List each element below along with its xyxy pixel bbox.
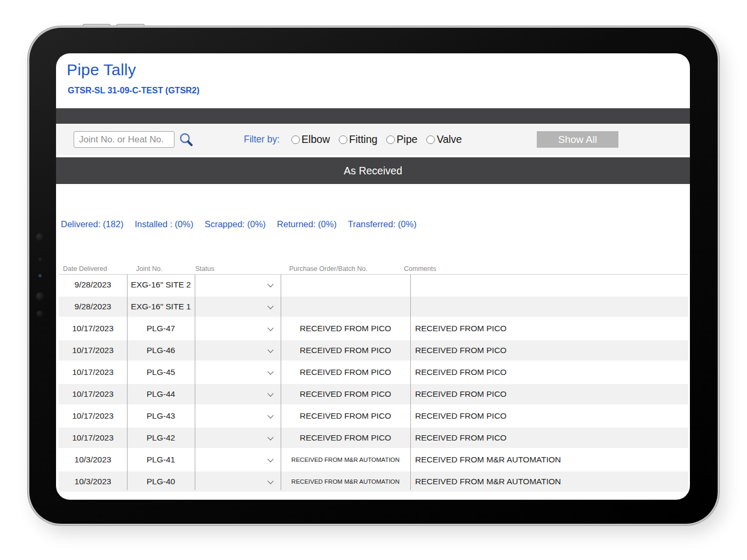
filter-radio-elbow[interactable] (291, 135, 300, 144)
cell-comments: RECEIVED FROM PICO (410, 433, 688, 443)
column-separator (127, 275, 128, 490)
chevron-down-icon (267, 369, 273, 374)
section-header-bar: As Received (56, 157, 690, 184)
search-button[interactable] (179, 132, 194, 147)
cell-date-delivered: 9/28/2023 (59, 280, 127, 290)
search-filter-toolbar: Filter by: Elbow Fitting Pipe Valve Show… (56, 124, 690, 155)
chevron-down-icon (267, 325, 273, 331)
tablet-frame: Pipe Tally GTSR-SL 31-09-C-TEST (GTSR2) … (29, 28, 718, 524)
cell-joint-no: PLG-44 (127, 389, 195, 399)
status-dropdown[interactable] (195, 471, 281, 492)
status-dropdown[interactable] (195, 340, 281, 361)
cell-purchase-order: RECEIVED FROM PICO (281, 433, 410, 443)
cell-date-delivered: 10/17/2023 (59, 367, 127, 377)
cell-date-delivered: 10/17/2023 (59, 433, 127, 443)
column-header-status: Status (195, 265, 214, 273)
cell-purchase-order: RECEIVED FROM M&R AUTOMATION (281, 478, 410, 485)
status-dropdown[interactable] (195, 318, 281, 339)
status-dropdown[interactable] (195, 428, 281, 448)
status-stat-item: Delivered: (182) (61, 219, 123, 229)
project-subtitle: GTSR-SL 31-09-C-TEST (GTSR2) (68, 86, 200, 95)
status-stat-item: Transferred: (0%) (348, 219, 417, 229)
column-header-joint: Joint No. (136, 265, 162, 273)
cell-joint-no: PLG-45 (127, 367, 195, 377)
cell-purchase-order: RECEIVED FROM PICO (281, 324, 410, 333)
table-row: 10/3/2023 PLG-40 RECEIVED FROM M&R AUTOM… (59, 471, 688, 492)
chevron-down-icon (267, 281, 273, 287)
status-dropdown[interactable] (195, 384, 281, 404)
chevron-down-icon (267, 456, 273, 462)
status-dropdown[interactable] (195, 275, 281, 295)
filter-option-label: Fitting (349, 133, 377, 146)
page-title: Pipe Tally (67, 61, 136, 79)
cell-purchase-order: RECEIVED FROM PICO (281, 346, 410, 355)
cell-date-delivered: 9/28/2023 (59, 302, 127, 311)
table-row: 10/17/2023 PLG-43 RECEIVED FROM PICO REC… (59, 406, 688, 426)
chevron-down-icon (267, 478, 273, 484)
cell-purchase-order: RECEIVED FROM PICO (281, 367, 410, 377)
cell-date-delivered: 10/17/2023 (59, 389, 127, 399)
status-summary-row: Delivered: (182) Installed : (0%) Scrapp… (61, 219, 417, 229)
column-separator (281, 275, 281, 490)
section-title: As Received (344, 165, 402, 177)
front-camera-icon (36, 233, 44, 242)
column-separator (195, 275, 195, 490)
table-body: 9/28/2023 EXG-16" SITE 2 9/28/2023 EXG-1… (59, 275, 688, 492)
cell-comments: RECEIVED FROM PICO (410, 367, 688, 377)
search-icon (179, 132, 194, 147)
table-row: 10/3/2023 PLG-41 RECEIVED FROM M&R AUTOM… (59, 450, 688, 470)
filter-radio-group: Elbow Fitting Pipe Valve (291, 133, 462, 146)
filter-option: Pipe (386, 133, 417, 146)
status-stat-item: Returned: (0%) (277, 219, 337, 229)
cell-date-delivered: 10/17/2023 (59, 346, 127, 355)
cell-date-delivered: 10/17/2023 (59, 324, 127, 333)
chevron-down-icon (267, 303, 273, 309)
cell-joint-no: PLG-42 (127, 433, 195, 443)
camera-indicator-icon (38, 274, 42, 277)
cell-comments: RECEIVED FROM PICO (410, 346, 688, 355)
cell-joint-no: PLG-40 (127, 477, 195, 486)
column-header-comments: Comments (404, 265, 436, 273)
status-stat-item: Scrapped: (0%) (204, 219, 266, 229)
cell-purchase-order: RECEIVED FROM PICO (281, 389, 410, 399)
cell-date-delivered: 10/3/2023 (59, 477, 127, 486)
chevron-down-icon (267, 434, 273, 440)
cell-comments: RECEIVED FROM PICO (410, 411, 688, 421)
table-header-row: Date Delivered Joint No. Status Purchase… (59, 265, 688, 275)
status-dropdown[interactable] (195, 297, 281, 317)
search-input[interactable] (74, 131, 174, 148)
pipe-tally-table: Date Delivered Joint No. Status Purchase… (59, 265, 688, 493)
status-dropdown[interactable] (195, 450, 281, 470)
filter-radio-pipe[interactable] (386, 135, 395, 144)
cell-comments: RECEIVED FROM PICO (410, 324, 688, 333)
column-header-date: Date Delivered (63, 265, 107, 273)
status-dropdown[interactable] (195, 362, 281, 382)
chevron-down-icon (267, 412, 273, 418)
filter-radio-valve[interactable] (426, 135, 435, 144)
cell-date-delivered: 10/17/2023 (59, 411, 127, 421)
front-camera2-icon (36, 292, 44, 301)
cell-purchase-order: RECEIVED FROM PICO (281, 411, 410, 421)
status-stat-item: Installed : (0%) (134, 219, 193, 229)
sensor-dot2-icon (36, 310, 43, 317)
filter-option-label: Valve (436, 133, 462, 146)
show-all-button[interactable]: Show All (537, 131, 618, 148)
filter-option: Valve (426, 133, 462, 146)
cell-comments: RECEIVED FROM M&R AUTOMATION (410, 455, 688, 465)
cell-joint-no: PLG-46 (127, 346, 195, 355)
filter-option-label: Pipe (396, 133, 417, 146)
chevron-down-icon (267, 390, 273, 396)
status-dropdown[interactable] (195, 406, 281, 426)
chevron-down-icon (267, 347, 273, 353)
cell-date-delivered: 10/3/2023 (59, 455, 127, 465)
filter-by-label: Filter by: (244, 134, 280, 145)
cell-comments: RECEIVED FROM PICO (410, 389, 688, 399)
header-divider-bar (56, 108, 690, 124)
column-separator (410, 275, 411, 490)
cell-joint-no: PLG-47 (127, 324, 195, 333)
desktop-background: Pipe Tally GTSR-SL 31-09-C-TEST (GTSR2) … (0, 0, 747, 560)
table-row: 9/28/2023 EXG-16" SITE 1 (59, 297, 688, 317)
table-row: 10/17/2023 PLG-46 RECEIVED FROM PICO REC… (59, 340, 688, 361)
filter-radio-fitting[interactable] (339, 135, 347, 144)
app-screen: Pipe Tally GTSR-SL 31-09-C-TEST (GTSR2) … (56, 53, 690, 500)
